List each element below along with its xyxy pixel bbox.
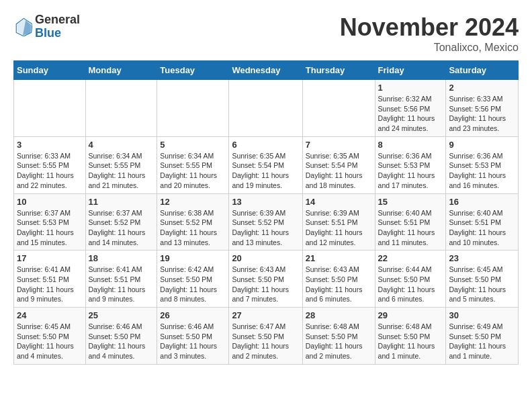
day-info: Sunrise: 6:35 AMSunset: 5:54 PMDaylight:… bbox=[232, 151, 299, 191]
month-title: November 2024 bbox=[340, 13, 519, 42]
day-info: Sunrise: 6:45 AMSunset: 5:50 PMDaylight:… bbox=[17, 322, 83, 361]
day-info: Sunrise: 6:38 AMSunset: 5:52 PMDaylight:… bbox=[160, 208, 226, 248]
calendar-cell: 20Sunrise: 6:43 AMSunset: 5:50 PMDayligh… bbox=[229, 250, 302, 308]
day-info: Sunrise: 6:35 AMSunset: 5:54 PMDaylight:… bbox=[306, 151, 372, 191]
day-number: 23 bbox=[449, 253, 515, 263]
day-number: 3 bbox=[17, 140, 83, 150]
calendar-table: SundayMondayTuesdayWednesdayThursdayFrid… bbox=[13, 60, 519, 365]
calendar-cell: 28Sunrise: 6:48 AMSunset: 5:50 PMDayligh… bbox=[302, 308, 375, 365]
calendar-cell: 30Sunrise: 6:49 AMSunset: 5:50 PMDayligh… bbox=[446, 308, 519, 365]
day-number: 9 bbox=[449, 140, 515, 150]
calendar-cell: 9Sunrise: 6:36 AMSunset: 5:53 PMDaylight… bbox=[446, 136, 519, 193]
day-header-thursday: Thursday bbox=[302, 61, 375, 80]
calendar-cell: 12Sunrise: 6:38 AMSunset: 5:52 PMDayligh… bbox=[157, 193, 229, 250]
week-row-4: 17Sunrise: 6:41 AMSunset: 5:51 PMDayligh… bbox=[14, 250, 519, 308]
day-info: Sunrise: 6:41 AMSunset: 5:51 PMDaylight:… bbox=[89, 265, 154, 304]
day-header-wednesday: Wednesday bbox=[229, 61, 302, 80]
calendar-cell: 2Sunrise: 6:33 AMSunset: 5:56 PMDaylight… bbox=[446, 80, 519, 137]
day-number: 14 bbox=[306, 197, 372, 207]
day-info: Sunrise: 6:40 AMSunset: 5:51 PMDaylight:… bbox=[378, 208, 443, 248]
day-number: 21 bbox=[306, 253, 372, 263]
day-number: 10 bbox=[17, 197, 83, 207]
day-info: Sunrise: 6:39 AMSunset: 5:52 PMDaylight:… bbox=[232, 208, 299, 248]
week-row-3: 10Sunrise: 6:37 AMSunset: 5:53 PMDayligh… bbox=[14, 193, 519, 250]
day-number: 1 bbox=[378, 83, 443, 93]
day-number: 18 bbox=[89, 253, 154, 263]
day-header-monday: Monday bbox=[85, 61, 157, 80]
day-number: 15 bbox=[378, 197, 443, 207]
day-info: Sunrise: 6:48 AMSunset: 5:50 PMDaylight:… bbox=[306, 322, 372, 361]
days-row: SundayMondayTuesdayWednesdayThursdayFrid… bbox=[14, 61, 519, 80]
calendar-cell bbox=[14, 80, 86, 137]
day-info: Sunrise: 6:44 AMSunset: 5:50 PMDaylight:… bbox=[378, 265, 443, 304]
day-info: Sunrise: 6:34 AMSunset: 5:55 PMDaylight:… bbox=[89, 151, 154, 191]
day-number: 6 bbox=[232, 140, 299, 150]
generalblue-logo-icon bbox=[13, 17, 32, 36]
day-header-saturday: Saturday bbox=[446, 61, 519, 80]
week-row-1: 1Sunrise: 6:32 AMSunset: 5:56 PMDaylight… bbox=[14, 80, 519, 137]
day-info: Sunrise: 6:33 AMSunset: 5:56 PMDaylight:… bbox=[449, 94, 515, 134]
day-info: Sunrise: 6:48 AMSunset: 5:50 PMDaylight:… bbox=[378, 322, 443, 361]
day-number: 20 bbox=[232, 253, 299, 263]
day-number: 8 bbox=[378, 140, 443, 150]
day-info: Sunrise: 6:39 AMSunset: 5:51 PMDaylight:… bbox=[306, 208, 372, 248]
day-info: Sunrise: 6:43 AMSunset: 5:50 PMDaylight:… bbox=[306, 265, 372, 304]
page-header: General Blue November 2024 Tonalixco, Me… bbox=[13, 13, 519, 54]
calendar-cell: 7Sunrise: 6:35 AMSunset: 5:54 PMDaylight… bbox=[302, 136, 375, 193]
calendar-cell: 22Sunrise: 6:44 AMSunset: 5:50 PMDayligh… bbox=[375, 250, 446, 308]
week-row-5: 24Sunrise: 6:45 AMSunset: 5:50 PMDayligh… bbox=[14, 308, 519, 365]
day-number: 22 bbox=[378, 253, 443, 263]
day-info: Sunrise: 6:37 AMSunset: 5:53 PMDaylight:… bbox=[17, 208, 83, 248]
day-number: 7 bbox=[306, 140, 372, 150]
day-info: Sunrise: 6:40 AMSunset: 5:51 PMDaylight:… bbox=[449, 208, 515, 248]
calendar-cell: 15Sunrise: 6:40 AMSunset: 5:51 PMDayligh… bbox=[375, 193, 446, 250]
calendar-cell bbox=[302, 80, 375, 137]
day-number: 26 bbox=[160, 310, 226, 320]
calendar-header: SundayMondayTuesdayWednesdayThursdayFrid… bbox=[14, 61, 519, 80]
day-number: 11 bbox=[89, 197, 154, 207]
logo-blue: Blue bbox=[35, 26, 61, 40]
day-info: Sunrise: 6:46 AMSunset: 5:50 PMDaylight:… bbox=[89, 322, 154, 361]
day-info: Sunrise: 6:47 AMSunset: 5:50 PMDaylight:… bbox=[232, 322, 299, 361]
calendar-cell: 14Sunrise: 6:39 AMSunset: 5:51 PMDayligh… bbox=[302, 193, 375, 250]
location: Tonalixco, Mexico bbox=[340, 42, 519, 54]
title-block: November 2024 Tonalixco, Mexico bbox=[340, 13, 519, 54]
logo: General Blue bbox=[13, 13, 80, 40]
day-header-tuesday: Tuesday bbox=[157, 61, 229, 80]
calendar-cell: 4Sunrise: 6:34 AMSunset: 5:55 PMDaylight… bbox=[85, 136, 157, 193]
calendar-cell bbox=[157, 80, 229, 137]
calendar-cell: 19Sunrise: 6:42 AMSunset: 5:50 PMDayligh… bbox=[157, 250, 229, 308]
day-number: 17 bbox=[17, 253, 83, 263]
day-number: 19 bbox=[160, 253, 226, 263]
day-info: Sunrise: 6:49 AMSunset: 5:50 PMDaylight:… bbox=[449, 322, 515, 361]
calendar-cell: 23Sunrise: 6:45 AMSunset: 5:50 PMDayligh… bbox=[446, 250, 519, 308]
calendar-body: 1Sunrise: 6:32 AMSunset: 5:56 PMDaylight… bbox=[14, 80, 519, 365]
logo-general: General bbox=[35, 13, 80, 26]
day-info: Sunrise: 6:42 AMSunset: 5:50 PMDaylight:… bbox=[160, 265, 226, 304]
day-info: Sunrise: 6:41 AMSunset: 5:51 PMDaylight:… bbox=[17, 265, 83, 304]
calendar-cell: 16Sunrise: 6:40 AMSunset: 5:51 PMDayligh… bbox=[446, 193, 519, 250]
day-info: Sunrise: 6:46 AMSunset: 5:50 PMDaylight:… bbox=[160, 322, 226, 361]
day-info: Sunrise: 6:36 AMSunset: 5:53 PMDaylight:… bbox=[449, 151, 515, 191]
day-number: 16 bbox=[449, 197, 515, 207]
day-number: 2 bbox=[449, 83, 515, 93]
day-info: Sunrise: 6:36 AMSunset: 5:53 PMDaylight:… bbox=[378, 151, 443, 191]
day-number: 25 bbox=[89, 310, 154, 320]
day-info: Sunrise: 6:43 AMSunset: 5:50 PMDaylight:… bbox=[232, 265, 299, 304]
calendar-cell: 17Sunrise: 6:41 AMSunset: 5:51 PMDayligh… bbox=[14, 250, 86, 308]
day-number: 29 bbox=[378, 310, 443, 320]
day-number: 12 bbox=[160, 197, 226, 207]
day-info: Sunrise: 6:45 AMSunset: 5:50 PMDaylight:… bbox=[449, 265, 515, 304]
calendar-cell: 13Sunrise: 6:39 AMSunset: 5:52 PMDayligh… bbox=[229, 193, 302, 250]
calendar-cell: 10Sunrise: 6:37 AMSunset: 5:53 PMDayligh… bbox=[14, 193, 86, 250]
day-number: 24 bbox=[17, 310, 83, 320]
logo-text: General Blue bbox=[35, 13, 80, 40]
calendar-cell bbox=[229, 80, 302, 137]
day-info: Sunrise: 6:34 AMSunset: 5:55 PMDaylight:… bbox=[160, 151, 226, 191]
calendar-cell bbox=[85, 80, 157, 137]
day-number: 28 bbox=[306, 310, 372, 320]
day-info: Sunrise: 6:32 AMSunset: 5:56 PMDaylight:… bbox=[378, 94, 443, 134]
calendar-cell: 26Sunrise: 6:46 AMSunset: 5:50 PMDayligh… bbox=[157, 308, 229, 365]
calendar-cell: 8Sunrise: 6:36 AMSunset: 5:53 PMDaylight… bbox=[375, 136, 446, 193]
day-number: 4 bbox=[89, 140, 154, 150]
